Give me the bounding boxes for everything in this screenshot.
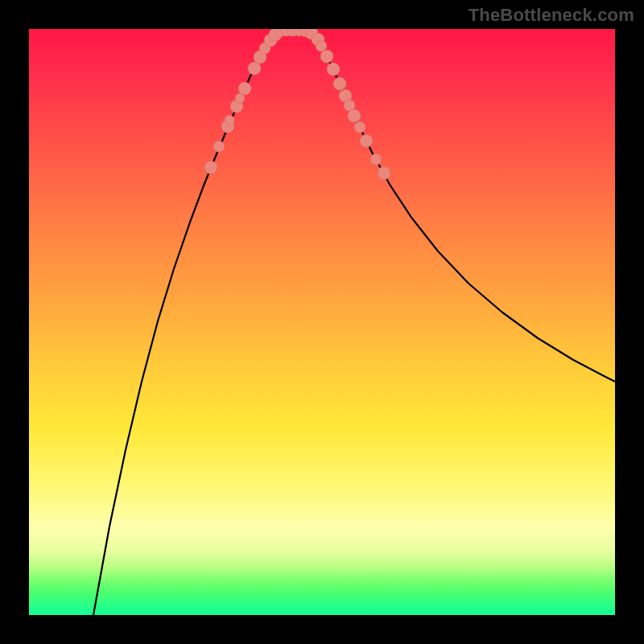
data-marker — [238, 82, 251, 95]
data-marker — [348, 109, 361, 122]
data-marker — [320, 50, 333, 63]
data-marker — [213, 141, 225, 152]
data-marker — [354, 122, 365, 133]
data-marker — [333, 77, 346, 90]
marker-layer — [204, 29, 390, 180]
plot-area — [29, 29, 615, 615]
chart-frame: TheBottleneck.com — [0, 0, 644, 644]
watermark-text: TheBottleneck.com — [469, 5, 634, 26]
data-marker — [327, 63, 340, 76]
data-marker — [378, 167, 390, 180]
data-marker — [248, 62, 261, 75]
data-marker — [204, 161, 217, 174]
data-marker — [360, 134, 373, 147]
curve-layer — [29, 29, 615, 615]
data-marker — [316, 40, 327, 52]
data-marker — [225, 115, 234, 125]
data-marker — [370, 154, 382, 165]
